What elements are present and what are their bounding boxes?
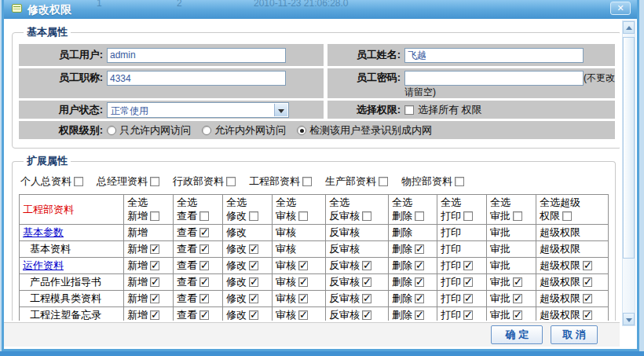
permission-checkbox[interactable]	[415, 244, 424, 254]
permission-checkbox[interactable]	[463, 261, 473, 270]
permission-label: 新增	[127, 243, 148, 255]
permission-checkbox[interactable]	[513, 277, 522, 287]
permission-checkbox[interactable]	[150, 244, 159, 254]
select-all-checkbox[interactable]	[362, 211, 371, 221]
permission-checkbox[interactable]	[199, 261, 209, 270]
permission-level-option[interactable]: 允许内外网访问	[202, 124, 286, 136]
select-all-permissions-checkbox[interactable]	[404, 105, 414, 115]
select-all-checkbox[interactable]	[415, 211, 424, 221]
permission-checkbox[interactable]	[583, 294, 592, 303]
table-row: 工程模具类资料新增查看修改审核反审核删除打印审批超级权限	[20, 291, 609, 307]
name-input[interactable]	[404, 48, 584, 63]
ok-button[interactable]: 确 定	[491, 325, 543, 344]
scroll-up-button[interactable]	[623, 21, 635, 34]
permission-label: 打印	[441, 226, 461, 238]
permission-checkbox[interactable]	[199, 244, 209, 254]
category-item: 行政部资料	[173, 175, 236, 187]
permission-checkbox[interactable]	[583, 277, 592, 287]
user-status-select[interactable]: 正常使用	[107, 102, 289, 118]
permission-label: 新增	[127, 259, 148, 271]
scroll-down-button[interactable]	[623, 313, 635, 325]
permission-checkbox[interactable]	[362, 310, 371, 320]
category-checkbox[interactable]	[379, 177, 388, 186]
header-line1: 全选	[226, 196, 270, 209]
permission-checkbox[interactable]	[415, 261, 424, 270]
permission-checkbox[interactable]	[463, 277, 473, 287]
permission-cell: 审批	[487, 274, 536, 291]
select-all-checkbox[interactable]	[562, 211, 572, 221]
form-row: 员工职称: 员工密码: (不更改请留空)	[19, 68, 615, 98]
permission-level-option[interactable]: 只允许内网访问	[107, 124, 191, 136]
permission-cell: 超级权限	[536, 241, 609, 258]
permission-label: 反审核	[329, 292, 360, 304]
user-input[interactable]	[107, 48, 286, 63]
password-input[interactable]	[404, 71, 584, 86]
category-checkbox[interactable]	[226, 177, 236, 186]
row-group-link[interactable]: 基本参数	[23, 226, 64, 238]
permission-cell: 审核	[273, 307, 326, 321]
permission-checkbox[interactable]	[199, 277, 209, 287]
footer-button-bar: 确 定 取 消	[4, 322, 620, 347]
close-button[interactable]: ✕	[610, 2, 631, 15]
permission-checkbox[interactable]	[150, 261, 159, 270]
permission-cell: 超级权限	[536, 258, 609, 274]
permission-checkbox[interactable]	[150, 310, 159, 320]
permission-checkbox[interactable]	[463, 310, 473, 320]
select-all-header-cell: 全选查看	[174, 195, 223, 225]
permission-checkbox[interactable]	[249, 244, 258, 254]
permission-checkbox[interactable]	[415, 277, 424, 287]
category-checkbox[interactable]	[455, 177, 464, 186]
select-all-header-cell: 全选修改	[223, 195, 273, 225]
radio-icon[interactable]	[202, 126, 211, 135]
permission-cell: 查看	[174, 307, 223, 321]
select-all-checkbox[interactable]	[463, 211, 473, 221]
permission-checkbox[interactable]	[298, 277, 308, 287]
permission-checkbox[interactable]	[583, 310, 592, 320]
permission-checkbox[interactable]	[298, 310, 308, 320]
cancel-button[interactable]: 取 消	[551, 325, 598, 344]
select-all-checkbox[interactable]	[150, 211, 159, 221]
permission-checkbox[interactable]	[415, 294, 424, 303]
chevron-down-icon[interactable]	[274, 104, 287, 116]
jobtitle-input[interactable]	[107, 71, 286, 86]
permission-level-option[interactable]: 检测该用户登录识别成内网	[297, 124, 432, 136]
permission-checkbox[interactable]	[362, 294, 371, 303]
permission-checkbox[interactable]	[249, 310, 258, 320]
select-all-checkbox[interactable]	[298, 211, 308, 221]
permission-label: 修改	[226, 226, 247, 238]
permission-checkbox[interactable]	[583, 261, 592, 270]
permission-checkbox[interactable]	[150, 277, 159, 287]
permission-checkbox[interactable]	[298, 261, 308, 270]
permission-label: 超级权限	[540, 259, 580, 271]
permission-checkbox[interactable]	[415, 310, 424, 320]
permission-cell: 审核	[273, 274, 326, 291]
table-row: 基本参数新增查看修改审核反审核删除打印审批超级权限	[20, 225, 609, 241]
radio-icon[interactable]	[297, 126, 306, 135]
permission-checkbox[interactable]	[513, 310, 522, 320]
row-group-link[interactable]: 运作资料	[23, 259, 64, 271]
permission-checkbox[interactable]	[199, 310, 209, 320]
permission-checkbox[interactable]	[362, 261, 371, 270]
select-all-checkbox[interactable]	[199, 211, 209, 221]
permission-checkbox[interactable]	[199, 228, 209, 237]
permission-level-options: 只允许内网访问允许内外网访问检测该用户登录识别成内网	[107, 123, 443, 138]
permission-checkbox[interactable]	[199, 294, 209, 303]
permission-checkbox[interactable]	[150, 294, 159, 303]
category-checkbox[interactable]	[74, 177, 83, 186]
permission-checkbox[interactable]	[249, 294, 258, 303]
radio-icon[interactable]	[107, 126, 116, 135]
permission-checkbox[interactable]	[463, 294, 473, 303]
select-all-checkbox[interactable]	[249, 211, 258, 221]
select-all-checkbox[interactable]	[513, 211, 522, 221]
category-checkbox[interactable]	[150, 177, 159, 186]
permission-checkbox[interactable]	[298, 294, 308, 303]
permission-checkbox[interactable]	[362, 277, 371, 287]
scrollbar-thumb[interactable]	[623, 37, 635, 259]
permission-cell: 超级权限	[536, 307, 609, 321]
category-checkbox[interactable]	[302, 177, 312, 186]
permission-checkbox[interactable]	[249, 277, 258, 287]
scrollbar[interactable]	[622, 20, 635, 326]
permission-checkbox[interactable]	[513, 294, 522, 303]
permission-checkbox[interactable]	[249, 261, 258, 270]
header-line1: 全选	[177, 196, 221, 209]
